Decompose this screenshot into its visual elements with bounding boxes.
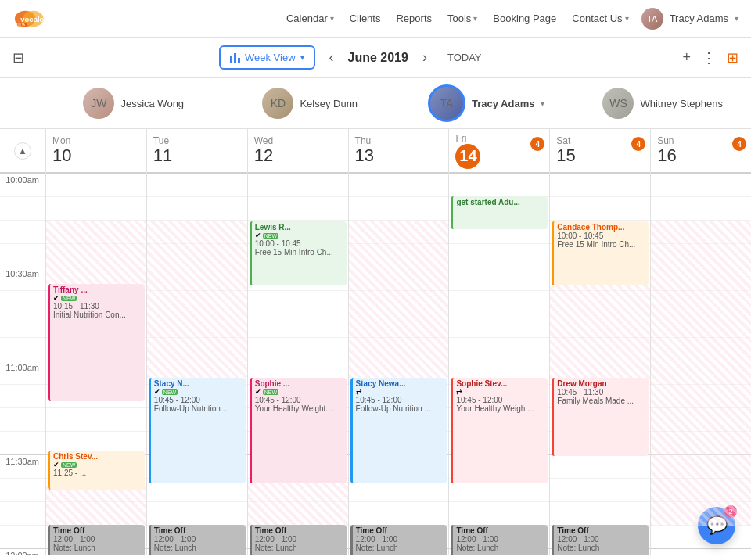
slot-cell[interactable] xyxy=(147,314,247,337)
slot-cell[interactable] xyxy=(550,337,650,361)
slot-cell[interactable] xyxy=(651,337,751,361)
slot-cell[interactable] xyxy=(46,407,146,431)
week-view-button[interactable]: Week View ▾ xyxy=(219,45,315,70)
calendar-event[interactable]: Time Off12:00 - 1:00Note: Lunch xyxy=(48,525,145,555)
slot-cell[interactable] xyxy=(46,501,146,525)
slot-cell[interactable] xyxy=(349,501,449,525)
slot-cell[interactable] xyxy=(46,243,146,267)
slot-cell[interactable] xyxy=(651,548,751,555)
slot-cell[interactable] xyxy=(147,243,247,267)
chat-button[interactable]: 💬 2 xyxy=(698,507,735,544)
calendar-event[interactable]: Drew Morgan10:45 - 11:30Family Meals Mad… xyxy=(552,378,649,456)
slot-cell[interactable] xyxy=(550,196,650,220)
calendar-event[interactable]: Time Off12:00 - 1:00Note: Lunch xyxy=(149,525,246,555)
slot-cell[interactable] xyxy=(349,267,449,290)
calendar-event[interactable]: Stacy Newa...⇄10:45 - 12:00Follow-Up Nut… xyxy=(350,378,447,483)
nav-reports[interactable]: Reports xyxy=(396,13,432,24)
slot-cell[interactable] xyxy=(449,314,549,337)
calendar-event[interactable]: Sophie Stev...⇄10:45 - 12:00Your Healthy… xyxy=(451,378,548,483)
slot-cell[interactable] xyxy=(651,243,751,267)
slot-cell[interactable] xyxy=(248,314,348,337)
day-slots[interactable]: get started Adu...Sophie Stev...⇄10:45 -… xyxy=(449,173,549,555)
slot-cell[interactable] xyxy=(349,314,449,337)
filter-icon[interactable]: ⊟ xyxy=(13,49,24,66)
slot-cell[interactable] xyxy=(349,173,449,196)
slot-cell[interactable] xyxy=(147,290,247,314)
slot-cell[interactable] xyxy=(449,267,549,290)
nav-calendar[interactable]: Calendar ▾ xyxy=(286,13,334,24)
slot-cell[interactable] xyxy=(248,290,348,314)
slot-cell[interactable] xyxy=(550,501,650,525)
slot-cell[interactable] xyxy=(651,196,751,220)
staff-tracy[interactable]: TA Tracy Adams ▾ xyxy=(398,84,575,122)
calendar-event[interactable]: Lewis R...✔NEW10:00 - 10:45Free 15 Min I… xyxy=(250,221,347,285)
day-slots[interactable]: Stacy Newa...⇄10:45 - 12:00Follow-Up Nut… xyxy=(349,173,449,555)
slot-cell[interactable] xyxy=(147,196,247,220)
staff-whitney[interactable]: WS Whitney Stephens xyxy=(575,88,752,119)
prev-week-button[interactable]: ‹ xyxy=(323,46,340,69)
slot-cell[interactable] xyxy=(449,173,549,196)
slot-cell[interactable] xyxy=(550,173,650,196)
slot-cell[interactable] xyxy=(349,196,449,220)
slot-cell[interactable] xyxy=(349,290,449,314)
slot-cell[interactable] xyxy=(651,478,751,501)
slot-cell[interactable] xyxy=(550,290,650,314)
day-slots[interactable]: Candace Thomp...10:00 - 10:45Free 15 Min… xyxy=(550,173,650,555)
slot-cell[interactable] xyxy=(248,337,348,361)
calendar-event[interactable]: Candace Thomp...10:00 - 10:45Free 15 Min… xyxy=(552,221,649,285)
slot-cell[interactable] xyxy=(449,337,549,361)
slot-cell[interactable] xyxy=(449,501,549,525)
day-slots[interactable] xyxy=(651,173,751,555)
calendar-event[interactable]: Time Off12:00 - 1:00Note: Lunch xyxy=(552,525,649,555)
staff-kelsey[interactable]: KD Kelsey Dunn xyxy=(222,88,399,119)
calendar-event[interactable]: Chris Stev...✔NEW11:25 - ... xyxy=(48,451,145,490)
calendar-event[interactable]: get started Adu... xyxy=(451,196,548,229)
calendar-event[interactable]: Sophie ...✔NEW10:45 - 12:00Your Healthy … xyxy=(250,378,347,483)
slot-cell[interactable] xyxy=(147,501,247,525)
nav-booking[interactable]: Booking Page xyxy=(493,13,556,24)
calendar-event[interactable]: Time Off12:00 - 1:00Note: Lunch xyxy=(350,525,447,555)
slot-cell[interactable] xyxy=(651,454,751,478)
staff-jessica[interactable]: JW Jessica Wong xyxy=(45,88,222,119)
slot-cell[interactable] xyxy=(46,196,146,220)
nav-tools[interactable]: Tools ▾ xyxy=(447,13,477,24)
slot-cell[interactable] xyxy=(147,173,247,196)
slot-cell[interactable] xyxy=(248,173,348,196)
next-week-button[interactable]: › xyxy=(416,46,433,69)
slot-cell[interactable] xyxy=(349,337,449,361)
slot-cell[interactable] xyxy=(46,220,146,243)
slot-cell[interactable] xyxy=(550,314,650,337)
today-button[interactable]: TODAY xyxy=(441,48,488,66)
slot-cell[interactable] xyxy=(651,314,751,337)
slot-cell[interactable] xyxy=(248,501,348,525)
calendar-event[interactable]: Time Off12:00 - 1:00Note: Lunch xyxy=(451,525,548,555)
slot-cell[interactable] xyxy=(651,220,751,243)
calendar-event[interactable]: Time Off12:00 - 1:00Note: Lunch xyxy=(250,525,347,555)
day-slots[interactable]: Tiffany ...✔NEW10:15 - 11:30Initial Nutr… xyxy=(46,173,146,555)
slot-cell[interactable] xyxy=(550,454,650,478)
slot-cell[interactable] xyxy=(651,361,751,384)
add-event-button[interactable]: + xyxy=(682,49,691,66)
slot-cell[interactable] xyxy=(651,290,751,314)
view-toggle-button[interactable]: ⊞ xyxy=(727,49,738,66)
collapse-button[interactable]: ▲ xyxy=(14,142,31,160)
slot-cell[interactable] xyxy=(550,478,650,501)
slot-cell[interactable] xyxy=(651,173,751,196)
nav-contact[interactable]: Contact Us ▾ xyxy=(572,13,628,24)
nav-user[interactable]: TA Tracy Adams ▾ xyxy=(641,8,738,30)
slot-cell[interactable] xyxy=(651,267,751,290)
slot-cell[interactable] xyxy=(349,220,449,243)
day-slots[interactable]: Stacy N...✔NEW10:45 - 12:00Follow-Up Nut… xyxy=(147,173,247,555)
slot-cell[interactable] xyxy=(651,407,751,431)
slot-cell[interactable] xyxy=(449,243,549,267)
slot-cell[interactable] xyxy=(147,267,247,290)
slot-cell[interactable] xyxy=(449,290,549,314)
slot-cell[interactable] xyxy=(46,173,146,196)
nav-clients[interactable]: Clients xyxy=(350,13,381,24)
day-slots[interactable]: Lewis R...✔NEW10:00 - 10:45Free 15 Min I… xyxy=(248,173,348,555)
slot-cell[interactable] xyxy=(147,337,247,361)
slot-cell[interactable] xyxy=(248,196,348,220)
calendar-event[interactable]: Stacy N...✔NEW10:45 - 12:00Follow-Up Nut… xyxy=(149,378,246,483)
slot-cell[interactable] xyxy=(147,220,247,243)
slot-cell[interactable] xyxy=(349,243,449,267)
